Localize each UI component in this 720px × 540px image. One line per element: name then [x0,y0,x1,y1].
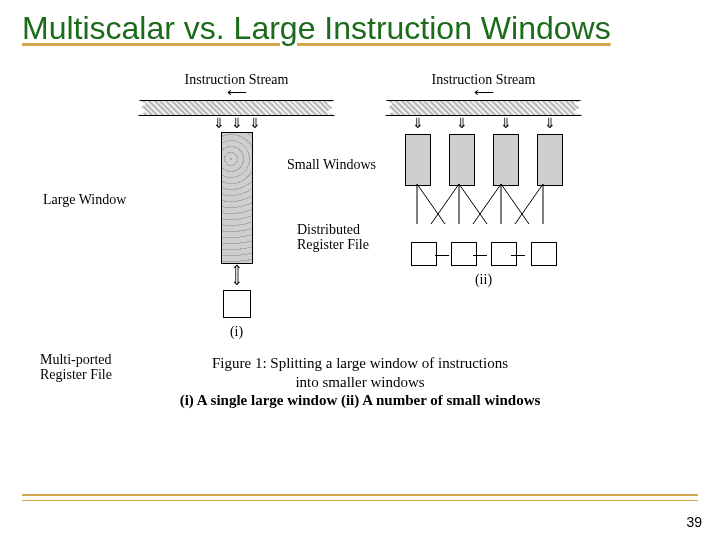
down-arrows-i: ⇓⇓⇓ [213,118,261,130]
slide-title: Multiscalar vs. Large Instruction Window… [22,10,698,47]
footer-rule-thick [22,494,698,496]
distributed-register-row [411,242,557,266]
caption-line3: (i) A single large window (ii) A number … [180,392,541,408]
caption-line1: Figure 1: Splitting a large window of in… [212,355,508,371]
page-number: 39 [686,514,702,530]
caption-line2: into smaller windows [295,374,424,390]
small-window-box [449,134,475,186]
label-distributed: Distributed Register File [297,222,369,253]
bidir-arrow-i: ⇑⇓ [231,266,243,286]
large-window-box [221,132,253,264]
dist-reg-box [451,242,477,266]
instruction-stream-bar-i [138,100,335,116]
instruction-stream-bar-ii [385,100,582,116]
interconnect-lines [405,184,575,244]
small-windows-row [405,134,563,186]
stream-arrow-left-i: ⟵ [227,90,247,96]
dist-reg-box [491,242,517,266]
dist-reg-box [531,242,557,266]
small-window-box [537,134,563,186]
panel-ii-sublabel: (ii) [475,272,492,288]
small-window-box [405,134,431,186]
panel-ii: Instruction Stream ⟵ ⇓⇓⇓⇓ Small Windows [385,72,582,340]
label-small-windows: Small Windows [287,157,376,173]
panel-i: Instruction Stream ⟵ ⇓⇓⇓ Large Window ⇑⇓… [138,72,335,340]
small-window-box [493,134,519,186]
stream-arrow-left-ii: ⟵ [474,90,494,96]
panel-i-sublabel: (i) [230,324,243,340]
dist-reg-box [411,242,437,266]
label-multi-ported: Multi-ported Register File [40,352,112,383]
footer-rule-thin [22,500,698,501]
register-file-box-i [223,290,251,318]
down-arrows-ii: ⇓⇓⇓⇓ [412,118,556,130]
figure: Instruction Stream ⟵ ⇓⇓⇓ Large Window ⇑⇓… [22,72,698,340]
label-large-window: Large Window [43,192,126,208]
figure-caption: Figure 1: Splitting a large window of in… [22,354,698,410]
